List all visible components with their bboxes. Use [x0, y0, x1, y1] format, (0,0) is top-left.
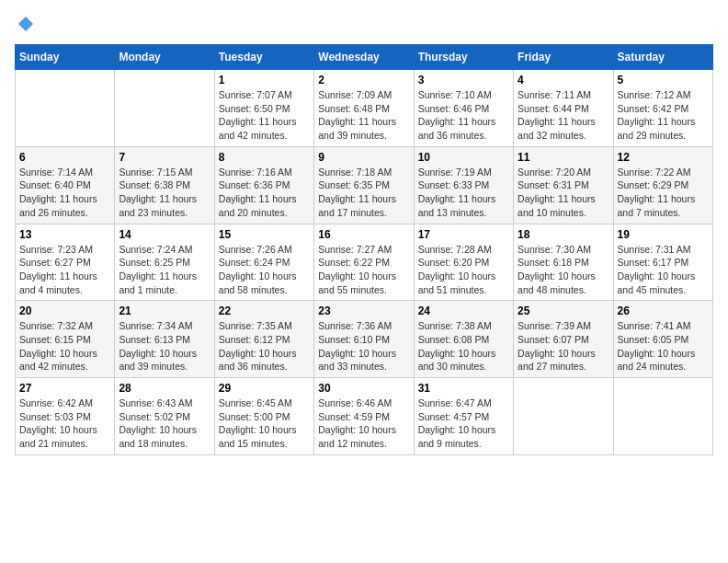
calendar-cell: 27Sunrise: 6:42 AM Sunset: 5:03 PM Dayli…: [16, 378, 115, 455]
logo: [15, 15, 35, 33]
day-number: 13: [19, 228, 110, 241]
day-info: Sunrise: 6:45 AM Sunset: 5:00 PM Dayligh…: [219, 396, 310, 451]
weekday-header: Saturday: [613, 45, 712, 70]
day-info: Sunrise: 7:32 AM Sunset: 6:15 PM Dayligh…: [19, 319, 110, 373]
day-info: Sunrise: 7:39 AM Sunset: 6:07 PM Dayligh…: [518, 319, 609, 373]
calendar-cell: 5Sunrise: 7:12 AM Sunset: 6:42 PM Daylig…: [613, 70, 712, 147]
calendar-cell: 9Sunrise: 7:18 AM Sunset: 6:35 PM Daylig…: [314, 146, 414, 224]
calendar-week-row: 6Sunrise: 7:14 AM Sunset: 6:40 PM Daylig…: [16, 146, 713, 224]
day-info: Sunrise: 7:36 AM Sunset: 6:10 PM Dayligh…: [318, 319, 409, 373]
day-info: Sunrise: 7:22 AM Sunset: 6:29 PM Dayligh…: [618, 166, 709, 220]
calendar-cell: 28Sunrise: 6:43 AM Sunset: 5:02 PM Dayli…: [115, 378, 214, 455]
calendar-cell: [16, 70, 115, 147]
calendar-cell: [514, 378, 613, 455]
day-info: Sunrise: 7:14 AM Sunset: 6:40 PM Dayligh…: [19, 166, 110, 220]
calendar-cell: 8Sunrise: 7:16 AM Sunset: 6:36 PM Daylig…: [214, 146, 313, 224]
weekday-header: Wednesday: [314, 45, 414, 70]
day-number: 31: [418, 382, 509, 395]
calendar-cell: 24Sunrise: 7:38 AM Sunset: 6:08 PM Dayli…: [414, 301, 513, 378]
day-number: 6: [19, 151, 110, 164]
calendar-cell: 12Sunrise: 7:22 AM Sunset: 6:29 PM Dayli…: [613, 146, 712, 224]
calendar-week-row: 27Sunrise: 6:42 AM Sunset: 5:03 PM Dayli…: [16, 378, 713, 455]
day-info: Sunrise: 7:34 AM Sunset: 6:13 PM Dayligh…: [119, 319, 210, 373]
calendar-cell: 15Sunrise: 7:26 AM Sunset: 6:24 PM Dayli…: [214, 224, 313, 301]
day-number: 26: [618, 304, 709, 317]
calendar-cell: 3Sunrise: 7:10 AM Sunset: 6:46 PM Daylig…: [414, 70, 513, 147]
logo-icon: [17, 15, 35, 33]
day-info: Sunrise: 7:30 AM Sunset: 6:18 PM Dayligh…: [518, 243, 609, 297]
calendar-cell: [613, 378, 712, 455]
calendar-cell: 16Sunrise: 7:27 AM Sunset: 6:22 PM Dayli…: [314, 224, 414, 301]
calendar-cell: 17Sunrise: 7:28 AM Sunset: 6:20 PM Dayli…: [414, 224, 513, 301]
day-info: Sunrise: 7:26 AM Sunset: 6:24 PM Dayligh…: [219, 243, 310, 297]
day-number: 14: [119, 228, 210, 241]
day-number: 25: [518, 304, 609, 317]
calendar-cell: 14Sunrise: 7:24 AM Sunset: 6:25 PM Dayli…: [115, 224, 214, 301]
day-number: 8: [219, 151, 310, 164]
day-number: 2: [318, 74, 409, 86]
page-header: [15, 15, 713, 33]
day-info: Sunrise: 6:42 AM Sunset: 5:03 PM Dayligh…: [19, 396, 110, 451]
calendar-cell: 19Sunrise: 7:31 AM Sunset: 6:17 PM Dayli…: [613, 224, 712, 301]
weekday-header: Sunday: [16, 45, 115, 70]
day-info: Sunrise: 7:09 AM Sunset: 6:48 PM Dayligh…: [318, 88, 409, 143]
calendar-cell: 6Sunrise: 7:14 AM Sunset: 6:40 PM Daylig…: [16, 146, 115, 224]
weekday-header: Thursday: [414, 45, 513, 70]
day-number: 24: [418, 304, 509, 317]
calendar-week-row: 20Sunrise: 7:32 AM Sunset: 6:15 PM Dayli…: [16, 301, 713, 378]
day-number: 30: [318, 382, 409, 395]
day-info: Sunrise: 7:23 AM Sunset: 6:27 PM Dayligh…: [19, 243, 110, 297]
day-info: Sunrise: 7:20 AM Sunset: 6:31 PM Dayligh…: [518, 166, 609, 220]
calendar-cell: 22Sunrise: 7:35 AM Sunset: 6:12 PM Dayli…: [214, 301, 313, 378]
day-number: 27: [19, 382, 110, 395]
calendar-cell: 25Sunrise: 7:39 AM Sunset: 6:07 PM Dayli…: [514, 301, 613, 378]
day-info: Sunrise: 7:24 AM Sunset: 6:25 PM Dayligh…: [119, 243, 210, 297]
calendar-cell: 21Sunrise: 7:34 AM Sunset: 6:13 PM Dayli…: [115, 301, 214, 378]
day-info: Sunrise: 6:47 AM Sunset: 4:57 PM Dayligh…: [418, 396, 509, 451]
calendar-cell: 30Sunrise: 6:46 AM Sunset: 4:59 PM Dayli…: [314, 378, 414, 455]
day-info: Sunrise: 7:38 AM Sunset: 6:08 PM Dayligh…: [418, 319, 509, 373]
day-number: 18: [518, 228, 609, 241]
day-info: Sunrise: 7:12 AM Sunset: 6:42 PM Dayligh…: [618, 88, 709, 143]
weekday-header: Monday: [115, 45, 214, 70]
weekday-header: Tuesday: [214, 45, 313, 70]
calendar-table: SundayMondayTuesdayWednesdayThursdayFrid…: [15, 44, 713, 455]
day-number: 16: [318, 228, 409, 241]
day-info: Sunrise: 7:07 AM Sunset: 6:50 PM Dayligh…: [219, 88, 310, 143]
day-number: 22: [219, 304, 310, 317]
day-number: 29: [219, 382, 310, 395]
day-info: Sunrise: 7:31 AM Sunset: 6:17 PM Dayligh…: [618, 243, 709, 297]
calendar-cell: [115, 70, 214, 147]
day-info: Sunrise: 6:43 AM Sunset: 5:02 PM Dayligh…: [119, 396, 210, 451]
day-number: 7: [119, 151, 210, 164]
calendar-week-row: 13Sunrise: 7:23 AM Sunset: 6:27 PM Dayli…: [16, 224, 713, 301]
day-number: 5: [618, 74, 709, 86]
day-info: Sunrise: 7:18 AM Sunset: 6:35 PM Dayligh…: [318, 166, 409, 220]
day-number: 3: [418, 74, 509, 86]
day-number: 28: [119, 382, 210, 395]
day-info: Sunrise: 7:10 AM Sunset: 6:46 PM Dayligh…: [418, 88, 509, 143]
day-info: Sunrise: 7:27 AM Sunset: 6:22 PM Dayligh…: [318, 243, 409, 297]
day-number: 4: [518, 74, 609, 86]
day-number: 21: [119, 304, 210, 317]
calendar-cell: 10Sunrise: 7:19 AM Sunset: 6:33 PM Dayli…: [414, 146, 513, 224]
calendar-cell: 18Sunrise: 7:30 AM Sunset: 6:18 PM Dayli…: [514, 224, 613, 301]
day-info: Sunrise: 7:28 AM Sunset: 6:20 PM Dayligh…: [418, 243, 509, 297]
day-number: 10: [418, 151, 509, 164]
day-info: Sunrise: 6:46 AM Sunset: 4:59 PM Dayligh…: [318, 396, 409, 451]
calendar-cell: 11Sunrise: 7:20 AM Sunset: 6:31 PM Dayli…: [514, 146, 613, 224]
calendar-cell: 7Sunrise: 7:15 AM Sunset: 6:38 PM Daylig…: [115, 146, 214, 224]
day-number: 23: [318, 304, 409, 317]
day-info: Sunrise: 7:15 AM Sunset: 6:38 PM Dayligh…: [119, 166, 210, 220]
day-number: 9: [318, 151, 409, 164]
calendar-header-row: SundayMondayTuesdayWednesdayThursdayFrid…: [16, 45, 713, 70]
weekday-header: Friday: [514, 45, 613, 70]
day-info: Sunrise: 7:41 AM Sunset: 6:05 PM Dayligh…: [618, 319, 709, 373]
day-number: 17: [418, 228, 509, 241]
day-number: 11: [518, 151, 609, 164]
calendar-cell: 29Sunrise: 6:45 AM Sunset: 5:00 PM Dayli…: [214, 378, 313, 455]
day-info: Sunrise: 7:11 AM Sunset: 6:44 PM Dayligh…: [518, 88, 609, 143]
day-info: Sunrise: 7:35 AM Sunset: 6:12 PM Dayligh…: [219, 319, 310, 373]
day-info: Sunrise: 7:16 AM Sunset: 6:36 PM Dayligh…: [219, 166, 310, 220]
calendar-cell: 2Sunrise: 7:09 AM Sunset: 6:48 PM Daylig…: [314, 70, 414, 147]
